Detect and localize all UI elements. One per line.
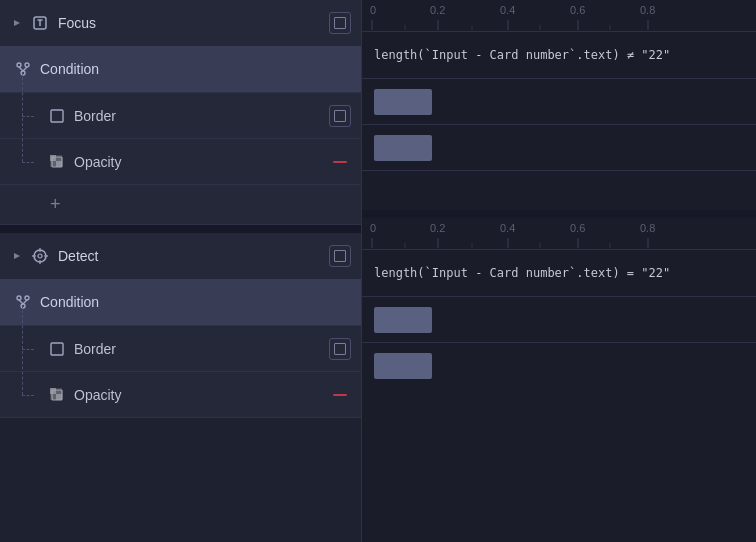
focus-border-block (374, 89, 432, 115)
detect-formula-area: length(`Input - Card number`.text) = "22… (362, 250, 756, 296)
focus-right-section: 0 0.2 0.4 0.6 0.8 length(`Input - Card n (362, 0, 756, 210)
condition-branch-icon (14, 60, 32, 78)
detect-icon (30, 246, 50, 266)
svg-text:0.6: 0.6 (570, 222, 585, 234)
detect-condition-row[interactable]: Condition (0, 279, 361, 325)
svg-rect-27 (51, 343, 63, 355)
focus-border-label: Border (74, 108, 329, 124)
detect-section-title: Detect (58, 248, 329, 264)
detect-opacity-row: Opacity (0, 371, 361, 417)
detect-right-section: 0 0.2 0.4 0.6 0.8 length(`Input - Card n… (362, 218, 756, 388)
focus-formula-text: length(`Input - Card number`.text) ≠ "22… (374, 48, 670, 62)
detect-square-button[interactable] (329, 245, 351, 267)
focus-section: Focus Condition (0, 0, 361, 225)
detect-opacity-label: Opacity (74, 387, 329, 403)
detect-opacity-dash (333, 394, 347, 396)
focus-square-button[interactable] (329, 12, 351, 34)
svg-text:0.4: 0.4 (500, 4, 515, 16)
detect-border-button[interactable] (329, 338, 351, 360)
focus-condition-row[interactable]: Condition (0, 46, 361, 92)
focus-opacity-timeline (362, 124, 756, 170)
focus-opacity-block (374, 135, 432, 161)
detect-chevron-icon (10, 249, 24, 263)
focus-border-button[interactable] (329, 105, 351, 127)
detect-ruler-svg: 0 0.2 0.4 0.6 0.8 (362, 218, 756, 250)
focus-border-row: Border (0, 92, 361, 138)
right-divider (362, 210, 756, 218)
detect-border-treeline (14, 334, 42, 363)
detect-border-block (374, 307, 432, 333)
focus-opacity-dash (333, 161, 347, 163)
svg-rect-32 (52, 390, 62, 400)
focus-formula-area: length(`Input - Card number`.text) ≠ "22… (362, 32, 756, 78)
svg-text:0: 0 (370, 4, 376, 16)
svg-marker-0 (14, 20, 20, 26)
left-panel: Focus Condition (0, 0, 362, 542)
focus-ruler-svg: 0 0.2 0.4 0.6 0.8 (362, 0, 756, 32)
svg-text:0.6: 0.6 (570, 4, 585, 16)
border-icon (48, 107, 66, 125)
detect-border-inner (334, 343, 346, 355)
focus-section-title: Focus (58, 15, 329, 31)
focus-opacity-dash-button[interactable] (329, 151, 351, 173)
detect-opacity-treeline (14, 380, 42, 409)
svg-marker-15 (14, 253, 20, 259)
detect-border-timeline (362, 296, 756, 342)
svg-point-17 (38, 254, 42, 258)
opacity-icon (48, 153, 66, 171)
detect-condition-label: Condition (40, 294, 99, 310)
focus-border-inner (334, 110, 346, 122)
svg-rect-9 (51, 110, 63, 122)
focus-opacity-row: Opacity (0, 138, 361, 184)
svg-line-26 (23, 300, 27, 304)
svg-line-8 (23, 67, 27, 71)
focus-section-header[interactable]: Focus (0, 0, 361, 46)
focus-plus-icon: + (50, 194, 61, 215)
focus-border-treeline (14, 101, 42, 130)
detect-opacity-icon (48, 386, 66, 404)
focus-plus-row[interactable]: + (0, 184, 361, 224)
svg-point-4 (17, 63, 21, 67)
detect-border-row: Border (0, 325, 361, 371)
svg-point-22 (17, 296, 21, 300)
detect-section: Detect Condition (0, 233, 361, 418)
svg-text:0.8: 0.8 (640, 4, 655, 16)
focus-opacity-label: Opacity (74, 154, 329, 170)
focus-plus-right (362, 170, 756, 210)
svg-text:0.2: 0.2 (430, 222, 445, 234)
detect-opacity-dash-button[interactable] (329, 384, 351, 406)
svg-point-23 (25, 296, 29, 300)
detect-condition-branch-icon (14, 293, 32, 311)
svg-point-5 (25, 63, 29, 67)
right-panel: 0 0.2 0.4 0.6 0.8 length(`Input - Card n (362, 0, 756, 542)
detect-border-label: Border (74, 341, 329, 357)
detect-opacity-timeline (362, 342, 756, 388)
detect-formula-text: length(`Input - Card number`.text) = "22… (374, 266, 670, 280)
detect-square-inner (334, 250, 346, 262)
focus-chevron-icon (10, 16, 24, 30)
detect-ruler: 0 0.2 0.4 0.6 0.8 (362, 218, 756, 250)
focus-icon (30, 13, 50, 33)
detect-opacity-block (374, 353, 432, 379)
focus-border-timeline (362, 78, 756, 124)
svg-text:0: 0 (370, 222, 376, 234)
focus-opacity-treeline (14, 147, 42, 176)
svg-text:0.2: 0.2 (430, 4, 445, 16)
svg-line-25 (19, 300, 23, 304)
section-divider (0, 225, 361, 233)
focus-ruler: 0 0.2 0.4 0.6 0.8 (362, 0, 756, 32)
svg-rect-14 (52, 157, 62, 167)
focus-condition-label: Condition (40, 61, 99, 77)
focus-square-inner (334, 17, 346, 29)
svg-text:0.8: 0.8 (640, 222, 655, 234)
detect-section-header[interactable]: Detect (0, 233, 361, 279)
svg-line-7 (19, 67, 23, 71)
detect-border-icon (48, 340, 66, 358)
svg-text:0.4: 0.4 (500, 222, 515, 234)
